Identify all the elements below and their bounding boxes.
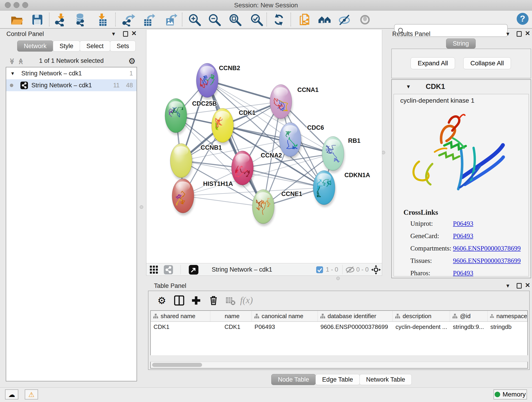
- window-zoom-button[interactable]: [22, 2, 28, 8]
- import-network-button[interactable]: [54, 13, 67, 26]
- control-panel-collapse-button[interactable]: ▾: [112, 30, 115, 37]
- node-CCNE1[interactable]: [252, 190, 275, 226]
- cell-canonical-name[interactable]: P06493: [252, 322, 318, 332]
- node-CCNB1[interactable]: [170, 143, 193, 180]
- collapse-all-button[interactable]: Collapse All: [463, 57, 511, 69]
- right-splitter-handle[interactable]: [382, 151, 385, 154]
- column-header-canonical-name[interactable]: canonical name: [252, 311, 318, 321]
- edge-CCNB2-CCNE1[interactable]: [207, 80, 263, 207]
- export-network-button[interactable]: [122, 13, 135, 26]
- import-table-button[interactable]: [95, 13, 109, 26]
- results-panel-collapse-button[interactable]: ▾: [506, 30, 509, 37]
- node-CDC6[interactable]: [279, 122, 302, 159]
- column-header-namespace[interactable]: namespace: [488, 311, 527, 321]
- results-panel-close-button[interactable]: ✕: [525, 30, 530, 37]
- bottom-splitter-handle[interactable]: [336, 277, 340, 280]
- birdseye-view-icon[interactable]: [189, 265, 198, 274]
- tab-sets[interactable]: Sets: [110, 41, 136, 51]
- expand-all-button[interactable]: Expand All: [411, 57, 455, 69]
- import-database-button[interactable]: [74, 13, 87, 26]
- node-HIST1H1A[interactable]: [172, 179, 195, 216]
- table-horizontal-scrollbar[interactable]: [150, 362, 528, 369]
- table-panel-collapse-button[interactable]: ▾: [506, 282, 509, 289]
- cell-name[interactable]: CDK1: [210, 322, 252, 332]
- window-close-button[interactable]: [5, 2, 11, 8]
- export-table-button[interactable]: [142, 13, 155, 26]
- add-column-button[interactable]: [190, 295, 202, 307]
- help-button[interactable]: ?: [516, 12, 529, 26]
- column-header-name[interactable]: name: [210, 311, 252, 321]
- cell-database-identifier[interactable]: 9606.ENSP00000378699: [318, 322, 393, 332]
- results-panel-float-button[interactable]: [517, 31, 522, 37]
- export-image-button[interactable]: [164, 13, 177, 26]
- string-network-graph[interactable]: CCNB2CCNA1CDC25BCDK1CDC6RB1CCNB1CCNA2CDK…: [146, 30, 382, 263]
- network-collection-row[interactable]: ▾ String Network – cdk1 1: [6, 67, 137, 79]
- cell-@id[interactable]: stringdb:9...: [450, 322, 488, 332]
- memory-button[interactable]: Memory: [494, 389, 527, 400]
- cell-description[interactable]: cyclin-dependent ...: [393, 322, 450, 332]
- entry-expander-icon[interactable]: ▾: [407, 83, 410, 90]
- table-panel-float-button[interactable]: [517, 283, 522, 288]
- network-options-gear-icon[interactable]: ⚙: [128, 56, 136, 66]
- node-CDC25B[interactable]: [165, 98, 188, 135]
- column-header-label: shared name: [161, 313, 196, 320]
- network-canvas[interactable]: CCNB2CCNA1CDC25BCDK1CDC6RB1CCNB1CCNA2CDK…: [146, 30, 382, 263]
- table-options-gear-button[interactable]: ⚙: [156, 295, 168, 307]
- node-RB1[interactable]: [322, 136, 345, 173]
- tree-expander-icon[interactable]: ▾: [11, 67, 14, 79]
- refresh-button[interactable]: [272, 13, 285, 26]
- column-header-label: namespace: [496, 313, 527, 320]
- network-share-button-icon[interactable]: [164, 265, 173, 274]
- column-header-description[interactable]: description: [393, 311, 450, 321]
- selected-checkbox-icon[interactable]: [316, 266, 323, 273]
- cloud-button[interactable]: ☁: [5, 389, 18, 400]
- hide-unhide-button[interactable]: [338, 13, 351, 26]
- crosslink-link[interactable]: P06493: [453, 269, 473, 277]
- home-button[interactable]: [318, 13, 331, 26]
- zoom-out-button[interactable]: [208, 13, 221, 26]
- crosslink-link[interactable]: 9606.ENSP00000378699: [453, 257, 521, 264]
- tab-select[interactable]: Select: [80, 41, 110, 51]
- control-panel-float-button[interactable]: [123, 31, 128, 37]
- delete-column-button[interactable]: [208, 295, 220, 307]
- warnings-button[interactable]: ⚠: [25, 389, 38, 400]
- fit-content-crosshair-icon[interactable]: [371, 265, 381, 275]
- open-session-button[interactable]: [10, 13, 23, 26]
- tab-style[interactable]: Style: [53, 41, 80, 51]
- column-header-database-identifier[interactable]: database identifier: [318, 311, 393, 321]
- node-CDKN1A[interactable]: [313, 171, 336, 207]
- tab-string[interactable]: String: [446, 38, 476, 49]
- column-header-shared-name[interactable]: shared name: [151, 311, 210, 321]
- show-columns-button[interactable]: [173, 295, 185, 307]
- crosslink-link[interactable]: 9606.ENSP00000378699: [453, 245, 521, 252]
- edge-HIST1H1A-CCNE1[interactable]: [183, 196, 263, 207]
- tab-network[interactable]: Network: [17, 41, 53, 51]
- network-row-selected[interactable]: String Network – cdk1 11 48: [6, 79, 137, 91]
- crosslink-link[interactable]: P06493: [453, 220, 473, 227]
- table-row[interactable]: CDK1CDK1P064939606.ENSP00000378699cyclin…: [151, 322, 527, 332]
- crosslink-link[interactable]: P06493: [453, 232, 473, 240]
- cell-shared-name[interactable]: CDK1: [151, 322, 210, 332]
- show-graphics-button[interactable]: [358, 13, 372, 26]
- annotations-button[interactable]: [298, 13, 311, 26]
- tab-network-table[interactable]: Network Table: [360, 374, 412, 385]
- zoom-in-button[interactable]: [188, 13, 201, 26]
- tab-edge-table[interactable]: Edge Table: [316, 374, 360, 385]
- left-splitter-handle[interactable]: [140, 205, 143, 209]
- zoom-fit-button[interactable]: [228, 13, 242, 26]
- window-minimize-button[interactable]: [13, 2, 19, 8]
- scrollbar-thumb[interactable]: [152, 363, 202, 367]
- save-session-button[interactable]: [31, 13, 44, 26]
- tab-node-table[interactable]: Node Table: [271, 374, 316, 385]
- cell-namespace[interactable]: stringdb: [488, 322, 527, 332]
- node-CCNB2[interactable]: [196, 63, 219, 100]
- column-header-@id[interactable]: @id: [450, 311, 488, 321]
- function-builder-button[interactable]: f(x): [240, 295, 252, 307]
- hidden-eye-slash-icon[interactable]: [345, 266, 355, 273]
- control-panel-close-button[interactable]: ✕: [131, 30, 137, 37]
- zoom-selected-button[interactable]: [250, 13, 263, 26]
- node-CCNA2[interactable]: [231, 151, 254, 187]
- delete-table-button[interactable]: [225, 295, 236, 307]
- table-panel-close-button[interactable]: ✕: [525, 282, 530, 289]
- grid-view-icon[interactable]: [150, 265, 158, 274]
